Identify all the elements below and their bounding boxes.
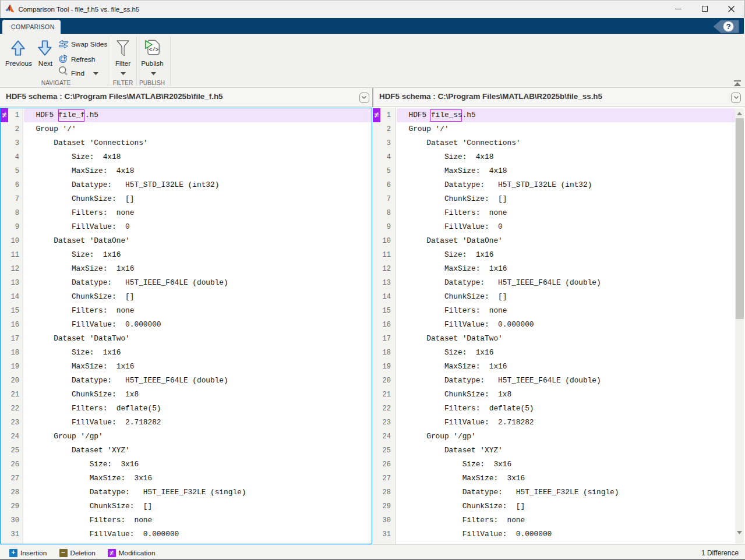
svg-text:</>: </> xyxy=(149,47,158,53)
svg-text:?: ? xyxy=(726,22,730,31)
